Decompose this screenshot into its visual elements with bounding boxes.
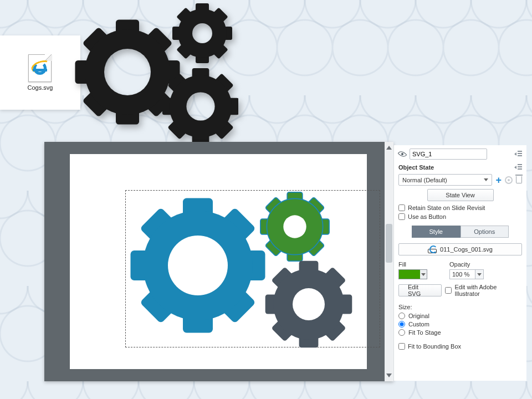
desktop-area: Cogs.svg: [0, 35, 80, 110]
opacity-label: Opacity: [449, 261, 484, 268]
fill-swatch[interactable]: [398, 269, 427, 279]
editor-stage: [44, 142, 393, 381]
object-name-input[interactable]: [410, 149, 487, 160]
retain-state-label: Retain State on Slide Revisit: [408, 204, 485, 211]
opacity-dropdown-icon[interactable]: [475, 269, 484, 279]
fit-bbox-label: Fit to Bounding Box: [408, 343, 461, 350]
ie-icon: [33, 62, 47, 75]
use-as-button-label: Use as Button: [408, 213, 446, 220]
state-dropdown[interactable]: Normal (Default): [398, 174, 492, 186]
panel-menu-icon[interactable]: [515, 151, 522, 157]
fill-color: [399, 270, 420, 279]
fit-bbox-checkbox[interactable]: Fit to Bounding Box: [398, 343, 522, 350]
state-view-button[interactable]: State View: [427, 189, 494, 201]
style-options-tabs: Style Options: [412, 226, 509, 238]
state-menu-icon[interactable]: [515, 164, 522, 171]
size-label: Size:: [398, 304, 522, 310]
tab-style[interactable]: Style: [412, 226, 461, 238]
edit-svg-button[interactable]: Edit SVG: [398, 284, 442, 296]
object-state-heading: Object State: [398, 164, 434, 171]
editor-vscroll[interactable]: [385, 142, 393, 381]
opacity-value[interactable]: 100 %: [449, 269, 475, 279]
file-page-icon: [28, 54, 52, 82]
add-state-icon[interactable]: +: [495, 176, 502, 184]
delete-state-icon[interactable]: [516, 176, 522, 183]
scroll-up-icon[interactable]: [386, 144, 392, 150]
chevron-down-icon: [484, 178, 488, 181]
selection-bounds[interactable]: [125, 190, 380, 347]
visibility-icon[interactable]: [398, 150, 406, 158]
svg-source-bar[interactable]: 011_Cogs_001.svg: [398, 243, 522, 255]
tab-options[interactable]: Options: [461, 226, 509, 238]
svg-file-icon: [428, 245, 437, 253]
properties-panel: Object State Normal (Default) + State Vi…: [393, 145, 526, 381]
size-radiogroup: Original Custom Fit To Stage: [398, 313, 522, 336]
state-dropdown-value: Normal (Default): [402, 177, 447, 183]
svg-object[interactable]: [126, 191, 381, 348]
canvas[interactable]: [70, 154, 367, 369]
size-custom-radio[interactable]: Custom: [398, 321, 522, 328]
scroll-thumb[interactable]: [386, 224, 392, 263]
fill-dropdown-icon[interactable]: [420, 270, 427, 279]
state-target-icon[interactable]: [505, 176, 513, 184]
cogs-graphic-dark: [72, 0, 238, 152]
edit-illustrator-label: Edit with Adobe Illustrator: [454, 284, 522, 297]
fill-label: Fill: [398, 261, 427, 268]
scroll-down-icon[interactable]: [386, 374, 392, 379]
use-as-button-checkbox[interactable]: Use as Button: [398, 213, 522, 220]
file-label: Cogs.svg: [26, 84, 55, 91]
retain-state-checkbox[interactable]: Retain State on Slide Revisit: [398, 204, 522, 211]
edit-illustrator-checkbox[interactable]: Edit with Adobe Illustrator: [445, 284, 522, 297]
size-original-radio[interactable]: Original: [398, 313, 522, 319]
svg-filename-label: 011_Cogs_001.svg: [440, 246, 493, 253]
svg-file[interactable]: Cogs.svg: [26, 54, 55, 91]
size-fit-radio[interactable]: Fit To Stage: [398, 329, 522, 336]
